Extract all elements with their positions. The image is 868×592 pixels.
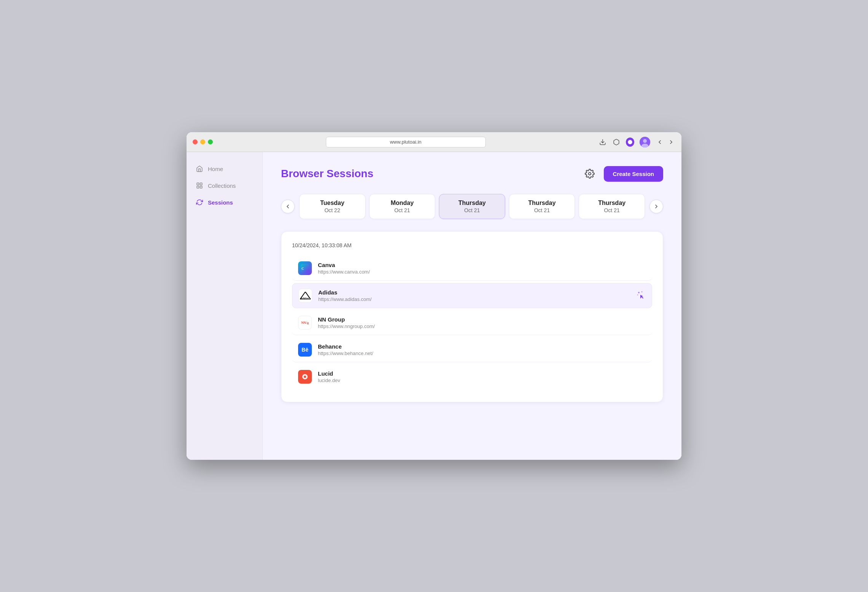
canva-info: Canva https://www.canva.com/ xyxy=(318,262,646,275)
canva-name: Canva xyxy=(318,262,646,268)
address-bar: www.plutoai.in xyxy=(217,137,594,147)
minimize-button[interactable] xyxy=(200,139,205,144)
canva-favicon: C xyxy=(298,261,312,275)
user-avatar[interactable] xyxy=(640,137,650,147)
prev-date-button[interactable] xyxy=(281,200,295,213)
plutoai-icon[interactable] xyxy=(626,138,634,146)
behance-info: Behance https://www.behance.net/ xyxy=(318,343,646,356)
nav-arrows xyxy=(656,138,675,146)
url-input[interactable]: www.plutoai.in xyxy=(326,137,486,147)
session-item-nn[interactable]: NN/g NN Group https://www.nngroup.com/ xyxy=(292,310,652,335)
header-actions: Create Session xyxy=(582,166,663,182)
date-card-2[interactable]: Thursday Oct 21 xyxy=(439,194,505,219)
lucid-url: lucide.dev xyxy=(318,378,646,383)
svg-point-15 xyxy=(304,376,306,378)
back-arrow-icon[interactable] xyxy=(656,138,664,146)
canva-url: https://www.canva.com/ xyxy=(318,269,646,275)
sessions-card: 10/24/2024, 10:33:08 AM C xyxy=(281,231,663,402)
date-month-0: Oct 22 xyxy=(306,207,359,213)
download-icon[interactable] xyxy=(598,138,607,146)
date-card-1[interactable]: Monday Oct 21 xyxy=(369,194,436,219)
session-item-adidas[interactable]: adidas Adidas https://www.adidas.com/ xyxy=(292,283,652,308)
session-timestamp: 10/24/2024, 10:33:08 AM xyxy=(292,242,652,248)
date-month-1: Oct 21 xyxy=(376,207,429,213)
adidas-info: Adidas https://www.adidas.com/ xyxy=(318,289,629,302)
date-month-3: Oct 21 xyxy=(515,207,569,213)
sessions-label: Sessions xyxy=(208,199,233,206)
extensions-icon[interactable] xyxy=(612,138,621,146)
adidas-name: Adidas xyxy=(318,289,629,296)
nn-name: NN Group xyxy=(318,316,646,323)
svg-point-14 xyxy=(637,294,638,295)
date-card-4[interactable]: Thursday Oct 21 xyxy=(579,194,645,219)
svg-text:C: C xyxy=(302,267,304,270)
next-date-button[interactable] xyxy=(649,200,663,213)
sidebar-item-sessions[interactable]: Sessions xyxy=(191,195,258,210)
sidebar: Home Collections Session xyxy=(187,152,263,460)
maximize-button[interactable] xyxy=(208,139,213,144)
date-month-2: Oct 21 xyxy=(445,207,499,213)
svg-point-5 xyxy=(588,173,591,175)
adidas-favicon: adidas xyxy=(298,289,312,302)
collections-icon xyxy=(196,182,203,189)
title-bar: www.plutoai.in xyxy=(187,132,681,152)
nn-favicon: NN/g xyxy=(298,316,312,330)
svg-point-12 xyxy=(638,292,640,293)
collections-label: Collections xyxy=(208,182,236,189)
session-item-canva[interactable]: C Canva https://www.canva.com/ xyxy=(292,256,652,281)
lucid-favicon xyxy=(298,370,312,384)
lucid-name: Lucid xyxy=(318,370,646,377)
title-bar-actions xyxy=(598,137,675,147)
date-day-4: Thursday xyxy=(585,200,638,206)
behance-favicon: Bē xyxy=(298,343,312,357)
browser-window: www.plutoai.in xyxy=(187,132,681,460)
settings-button[interactable] xyxy=(582,166,598,182)
session-item-lucid[interactable]: Lucid lucide.dev xyxy=(292,365,652,389)
session-item-behance[interactable]: Bē Behance https://www.behance.net/ xyxy=(292,338,652,362)
home-label: Home xyxy=(208,166,223,172)
app-container: Home Collections Session xyxy=(187,152,681,460)
home-icon xyxy=(196,165,203,173)
cursor-icon xyxy=(635,290,646,302)
date-card-3[interactable]: Thursday Oct 21 xyxy=(509,194,575,219)
date-day-3: Thursday xyxy=(515,200,569,206)
adidas-url: https://www.adidas.com/ xyxy=(318,296,629,302)
close-button[interactable] xyxy=(193,139,198,144)
svg-point-13 xyxy=(641,291,643,292)
date-day-2: Thursday xyxy=(445,200,499,206)
sidebar-item-home[interactable]: Home xyxy=(191,161,258,176)
sessions-icon xyxy=(196,198,203,206)
behance-url: https://www.behance.net/ xyxy=(318,350,646,356)
nn-info: NN Group https://www.nngroup.com/ xyxy=(318,316,646,329)
date-day-0: Tuesday xyxy=(306,200,359,206)
lucid-info: Lucid lucide.dev xyxy=(318,370,646,383)
forward-arrow-icon[interactable] xyxy=(667,138,675,146)
date-card-0[interactable]: Tuesday Oct 22 xyxy=(299,194,365,219)
date-cards: Tuesday Oct 22 Monday Oct 21 Thursday Oc… xyxy=(299,194,645,219)
date-day-1: Monday xyxy=(376,200,429,206)
date-month-4: Oct 21 xyxy=(585,207,638,213)
traffic-lights xyxy=(193,139,213,144)
sidebar-item-collections[interactable]: Collections xyxy=(191,178,258,193)
header-row: Browser Sessions Create Session xyxy=(281,166,663,182)
nn-url: https://www.nngroup.com/ xyxy=(318,323,646,329)
svg-text:adidas: adidas xyxy=(301,297,309,299)
page-title: Browser Sessions xyxy=(281,168,373,180)
behance-name: Behance xyxy=(318,343,646,350)
date-navigation: Tuesday Oct 22 Monday Oct 21 Thursday Oc… xyxy=(281,194,663,219)
main-content: Browser Sessions Create Session xyxy=(263,152,681,460)
svg-point-3 xyxy=(643,139,647,143)
create-session-button[interactable]: Create Session xyxy=(604,166,663,182)
